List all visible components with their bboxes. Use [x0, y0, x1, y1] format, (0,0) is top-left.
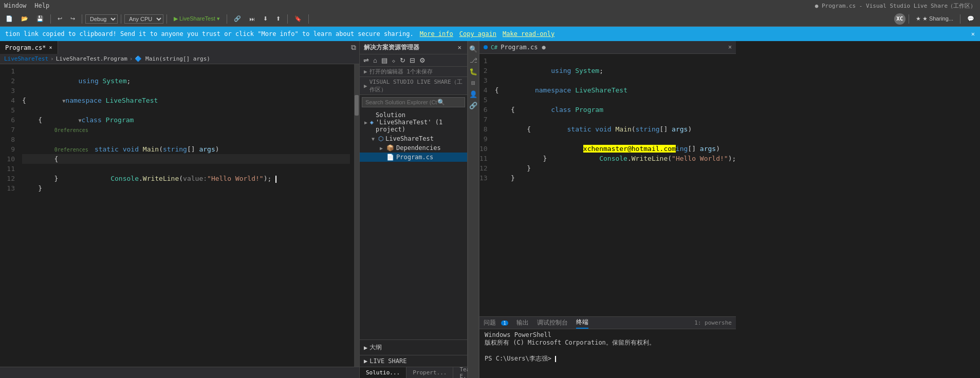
solution-explorer-header: 解决方案资源管理器 ×: [360, 41, 467, 54]
bottom-tab-properties[interactable]: Propert...: [406, 367, 453, 378]
solution-search-input[interactable]: [365, 99, 437, 105]
new-file-btn[interactable]: 📄: [2, 14, 16, 24]
ls-line-13: }: [495, 173, 736, 183]
solution-explorer-title: 解决方案资源管理器: [364, 43, 419, 52]
debug-mini-btn[interactable]: 🐛: [468, 66, 479, 77]
step-over-btn[interactable]: ⏭: [246, 14, 258, 24]
sharing-btn[interactable]: ★ ★ Sharing...: [912, 14, 957, 24]
tree-item-project[interactable]: ▼ ⬡ LiveShareTest: [360, 134, 467, 143]
editor-tab-program-cs[interactable]: Program.cs* ×: [0, 41, 58, 54]
split-editor-btn[interactable]: ⧉: [348, 41, 359, 54]
outline-section: ▶ 大纲: [360, 339, 467, 355]
tree-item-solution[interactable]: ▶ ◈ Solution 'LiveShareTest' (1 project): [360, 110, 467, 134]
outline-expand-arrow: ▶: [364, 344, 367, 351]
live-share-section[interactable]: ▶ LIVE SHARE: [360, 355, 467, 367]
ls-line-9: xchenmaster@hotmail.coming[] args): [495, 134, 736, 144]
terminal-content[interactable]: Windows PowerShell 版权所有 (C) Microsoft Co…: [479, 329, 736, 378]
tree-item-dependencies[interactable]: ▶ 📦 Dependencies: [360, 143, 467, 153]
terminal-panel: 问题 1 输出 调试控制台 终端 1: powershe Windows Pow…: [479, 316, 736, 378]
ls-modified-dot: ●: [542, 44, 546, 51]
open-btn[interactable]: 📂: [17, 14, 32, 24]
breadcrumb-item-1: LiveShareTest: [4, 55, 48, 62]
vs-live-share-arrow: ▶: [364, 83, 367, 89]
close-solution-explorer[interactable]: ×: [456, 43, 463, 52]
sol-refresh-btn[interactable]: ↻: [398, 56, 407, 65]
vs-live-share-label: VISUAL STUDIO LIVE SHARE（工作区）: [369, 78, 463, 93]
ls-line-3: namespace LiveShareTest: [495, 75, 736, 85]
opened-editors-arrow: ▶: [364, 68, 367, 75]
debug-config-dropdown[interactable]: Debug: [85, 14, 118, 24]
code-line-10: {: [22, 154, 350, 164]
bookmark-btn[interactable]: 🔖: [291, 14, 305, 24]
solution-toolbar: ⇌ ⌂ ▤ ⬦ ↻ ⊟ ⚙: [360, 54, 467, 67]
bottom-tab-properties-label: Propert...: [413, 369, 447, 376]
save-btn[interactable]: 💾: [33, 14, 47, 24]
attach-btn[interactable]: 🔗: [230, 14, 245, 24]
sol-home-btn[interactable]: ⌂: [372, 56, 379, 65]
tab-label: Program.cs*: [5, 44, 46, 51]
code-line-7: 0references: [22, 125, 350, 135]
vs-live-share-header[interactable]: ▶ VISUAL STUDIO LIVE SHARE（工作区）: [360, 77, 467, 95]
solution-icon: ◈: [370, 119, 374, 126]
main-layout: Program.cs* × ⧉ LiveShareTest › LiveShar…: [0, 41, 980, 378]
ls-title: Program.cs: [501, 44, 538, 51]
feedback-btn[interactable]: 💬: [964, 14, 978, 24]
ls-line-1: using System;: [495, 56, 736, 66]
ls-line-7: static void Main(string[] args): [495, 115, 736, 124]
live-share-btn[interactable]: 👤: [468, 88, 479, 100]
editor-panel: Program.cs* × ⧉ LiveShareTest › LiveShar…: [0, 41, 360, 378]
tab-terminal[interactable]: 终端: [576, 317, 588, 329]
ls-cs-indicator: C#: [491, 44, 497, 51]
cpu-dropdown[interactable]: Any CPU: [124, 14, 163, 24]
tab-empty-area: [58, 41, 348, 54]
project-label: LiveShareTest: [385, 135, 434, 142]
line-numbers: 1 2 3 4 5 6 7 8 9 10 11 12 13: [0, 64, 18, 367]
tab-issues[interactable]: 问题 1: [484, 317, 508, 328]
sol-show-all-btn[interactable]: ▤: [380, 56, 389, 65]
make-readonly-link[interactable]: Make read-only: [503, 30, 554, 37]
tab-debug-console[interactable]: 调试控制台: [537, 317, 568, 328]
ls-code-content[interactable]: using System; namespace LiveShareTest { …: [491, 54, 736, 316]
step-into-btn[interactable]: ⬇: [260, 14, 271, 24]
ls-close-btn[interactable]: ×: [728, 44, 732, 51]
ls-line-5: class Program: [495, 95, 736, 105]
terminal-line-3: [485, 347, 731, 354]
ls-title-dot: [484, 45, 488, 49]
breadcrumb-bar: LiveShareTest › LiveShareTest.Program › …: [0, 54, 359, 64]
more-info-link[interactable]: More info: [420, 30, 453, 37]
sol-filter-btn[interactable]: ⬦: [390, 56, 397, 65]
notification-bar: tion link copied to clipboard! Send it t…: [0, 27, 980, 41]
breadcrumb-sep-1: ›: [50, 55, 54, 62]
window-menu[interactable]: Window: [4, 2, 26, 9]
scroll-thumb[interactable]: [355, 95, 359, 116]
editor-scrollbar[interactable]: [354, 64, 359, 367]
bottom-tab-solution[interactable]: Solutio...: [360, 367, 406, 378]
sol-sync-btn[interactable]: ⇌: [362, 56, 371, 65]
ls-line-12: }: [495, 163, 736, 173]
step-out-btn[interactable]: ⬆: [272, 14, 284, 24]
sol-settings-btn[interactable]: ⚙: [418, 56, 427, 65]
sep7: [308, 14, 309, 24]
user-avatar[interactable]: XC: [894, 13, 905, 25]
search-mini-btn[interactable]: 🔍: [468, 43, 479, 54]
outline-header[interactable]: ▶ 大纲: [364, 342, 463, 353]
notification-close-btn[interactable]: ✕: [971, 30, 975, 37]
copy-again-link[interactable]: Copy again: [459, 30, 496, 37]
code-content[interactable]: using System; ▼namespace LiveShareTest {…: [18, 64, 354, 367]
source-ctrl-btn[interactable]: ⎇: [468, 54, 479, 66]
help-menu[interactable]: Help: [34, 2, 49, 9]
redo-btn[interactable]: ↪: [67, 14, 79, 24]
tab-output[interactable]: 输出: [516, 317, 529, 328]
tab-close-btn[interactable]: ×: [49, 45, 52, 50]
extensions-btn[interactable]: ⊞: [468, 77, 479, 88]
project-icon: ⬡: [378, 135, 383, 142]
tree-item-program-cs[interactable]: 📄 Program.cs: [360, 153, 467, 162]
undo-btn[interactable]: ↩: [54, 14, 66, 24]
start-debug-btn[interactable]: ▶ LiveShareTest ▾: [170, 14, 224, 24]
live-share-icon-btn[interactable]: 🔗: [468, 100, 479, 111]
code-line-11: Console.WriteLine(value:"Hello World!");: [22, 164, 350, 174]
window-title: ● Program.cs - Visual Studio Live Share（…: [815, 2, 976, 10]
code-line-5: ▼class Program: [22, 105, 350, 115]
sol-collapse-btn[interactable]: ⊟: [408, 56, 417, 65]
opened-editors-header[interactable]: ▶ 打开的编辑器 1个未保存: [360, 67, 467, 77]
